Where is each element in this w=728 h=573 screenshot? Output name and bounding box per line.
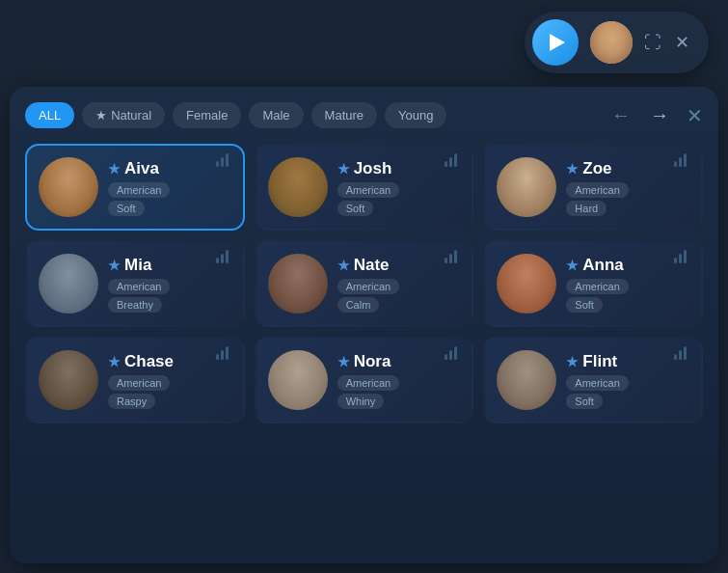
voice-style-nora: Whiny xyxy=(337,394,385,409)
voice-info-aiva: ★ Aiva American Soft xyxy=(108,159,229,216)
filter-male[interactable]: Male xyxy=(249,102,303,128)
voice-card-flint[interactable]: ★ Flint American Soft xyxy=(483,337,703,423)
voice-info-josh: ★ Josh American Soft xyxy=(337,159,459,216)
filter-bar: ALL ★ Natural Female Male Mature Young ←… xyxy=(25,102,703,128)
speaker-icon xyxy=(445,250,462,263)
speaker-icon xyxy=(216,346,233,360)
voice-card-anna[interactable]: ★ Anna American Soft xyxy=(483,240,703,327)
main-panel: ALL ★ Natural Female Male Mature Young ←… xyxy=(10,87,718,563)
voice-accent-chase: American xyxy=(108,375,170,391)
voice-avatar-anna xyxy=(497,254,556,314)
voice-name-mia: ★ Mia xyxy=(108,256,229,275)
voice-style-nate: Calm xyxy=(337,297,380,313)
voice-accent-zoe: American xyxy=(566,182,628,198)
voice-card-mia[interactable]: ★ Mia American Breathy xyxy=(25,240,245,327)
voice-accent-nora: American xyxy=(337,375,399,391)
voice-name-label: Anna xyxy=(582,256,624,275)
voice-style-mia: Breathy xyxy=(108,297,162,313)
voice-card-nora[interactable]: ★ Nora American Whiny xyxy=(255,337,474,423)
next-arrow[interactable]: → xyxy=(644,102,675,128)
voice-avatar-nora xyxy=(268,350,328,410)
voice-tags-nora: American Whiny xyxy=(337,375,459,409)
voice-card-josh[interactable]: ★ Josh American Soft xyxy=(255,144,474,231)
voice-accent-mia: American xyxy=(108,279,170,294)
star-icon: ★ xyxy=(337,354,350,369)
mini-close-icon[interactable]: ✕ xyxy=(675,32,689,53)
voice-accent-josh: American xyxy=(337,182,399,198)
voice-name-label: Nate xyxy=(354,256,390,275)
voice-style-anna: Soft xyxy=(566,297,603,313)
filter-female[interactable]: Female xyxy=(173,102,241,128)
voice-grid: ★ Aiva American Soft ★ Josh American Sof… xyxy=(25,144,703,423)
filter-all[interactable]: ALL xyxy=(25,102,74,128)
panel-close-button[interactable]: ✕ xyxy=(687,104,703,127)
voice-avatar-mia xyxy=(39,254,98,314)
voice-style-chase: Raspy xyxy=(108,394,155,409)
filter-natural[interactable]: ★ Natural xyxy=(82,102,165,128)
voice-style-josh: Soft xyxy=(337,201,374,216)
voice-tags-zoe: American Hard xyxy=(566,182,688,216)
voice-avatar-josh xyxy=(268,157,328,217)
voice-name-nora: ★ Nora xyxy=(337,352,459,371)
voice-card-nate[interactable]: ★ Nate American Calm xyxy=(255,240,474,327)
speaker-icon xyxy=(445,346,462,360)
voice-info-nate: ★ Nate American Calm xyxy=(337,256,459,313)
mini-player: ⛶ ✕ xyxy=(525,12,709,73)
voice-info-chase: ★ Chase American Raspy xyxy=(108,352,229,409)
mini-play-button[interactable] xyxy=(532,19,579,66)
voice-tags-flint: American Soft xyxy=(566,375,688,409)
mini-avatar-face xyxy=(590,21,633,64)
voice-style-aiva: Soft xyxy=(108,201,145,216)
voice-avatar-zoe xyxy=(497,157,556,217)
nav-arrows: ← → ✕ xyxy=(606,102,703,128)
voice-tags-mia: American Breathy xyxy=(108,279,229,313)
voice-name-label: Nora xyxy=(354,352,391,371)
voice-style-flint: Soft xyxy=(566,394,603,409)
star-icon: ★ xyxy=(108,161,121,177)
voice-accent-nate: American xyxy=(337,279,399,294)
filter-young[interactable]: Young xyxy=(385,102,446,128)
voice-name-label: Mia xyxy=(124,256,151,275)
speaker-icon xyxy=(445,153,462,167)
prev-arrow[interactable]: ← xyxy=(606,102,636,128)
voice-info-flint: ★ Flint American Soft xyxy=(566,352,688,409)
star-icon: ★ xyxy=(566,354,579,369)
star-icon: ★ xyxy=(566,161,579,177)
speaker-icon xyxy=(674,153,691,167)
mini-avatar xyxy=(590,21,633,64)
voice-tags-chase: American Raspy xyxy=(108,375,229,409)
star-icon: ★ xyxy=(337,161,350,177)
star-icon: ★ xyxy=(95,108,107,123)
voice-card-aiva[interactable]: ★ Aiva American Soft xyxy=(25,144,245,231)
voice-name-label: Josh xyxy=(354,159,392,178)
voice-name-flint: ★ Flint xyxy=(566,352,688,371)
voice-avatar-flint xyxy=(497,350,556,410)
speaker-icon xyxy=(216,250,233,263)
voice-tags-aiva: American Soft xyxy=(108,182,229,216)
voice-info-zoe: ★ Zoe American Hard xyxy=(566,159,688,216)
voice-name-zoe: ★ Zoe xyxy=(566,159,688,178)
voice-tags-josh: American Soft xyxy=(337,182,459,216)
voice-name-anna: ★ Anna xyxy=(566,256,688,275)
filter-mature[interactable]: Mature xyxy=(311,102,377,128)
voice-card-zoe[interactable]: ★ Zoe American Hard xyxy=(483,144,703,231)
voice-card-chase[interactable]: ★ Chase American Raspy xyxy=(25,337,245,423)
voice-name-label: Zoe xyxy=(582,159,611,178)
speaker-icon xyxy=(674,250,691,263)
voice-name-nate: ★ Nate xyxy=(337,256,459,275)
voice-avatar-chase xyxy=(39,350,98,410)
mini-controls: ⛶ ✕ xyxy=(644,32,689,53)
voice-info-mia: ★ Mia American Breathy xyxy=(108,256,229,313)
speaker-icon xyxy=(674,346,691,360)
voice-accent-aiva: American xyxy=(108,182,170,198)
voice-tags-nate: American Calm xyxy=(337,279,459,313)
voice-accent-flint: American xyxy=(566,375,628,391)
expand-icon[interactable]: ⛶ xyxy=(644,33,661,53)
voice-name-josh: ★ Josh xyxy=(337,159,459,178)
voice-style-zoe: Hard xyxy=(566,201,607,216)
voice-name-label: Aiva xyxy=(124,159,159,178)
voice-avatar-nate xyxy=(268,254,328,314)
voice-accent-anna: American xyxy=(566,279,628,294)
voice-info-anna: ★ Anna American Soft xyxy=(566,256,688,313)
voice-avatar-aiva xyxy=(39,157,98,217)
